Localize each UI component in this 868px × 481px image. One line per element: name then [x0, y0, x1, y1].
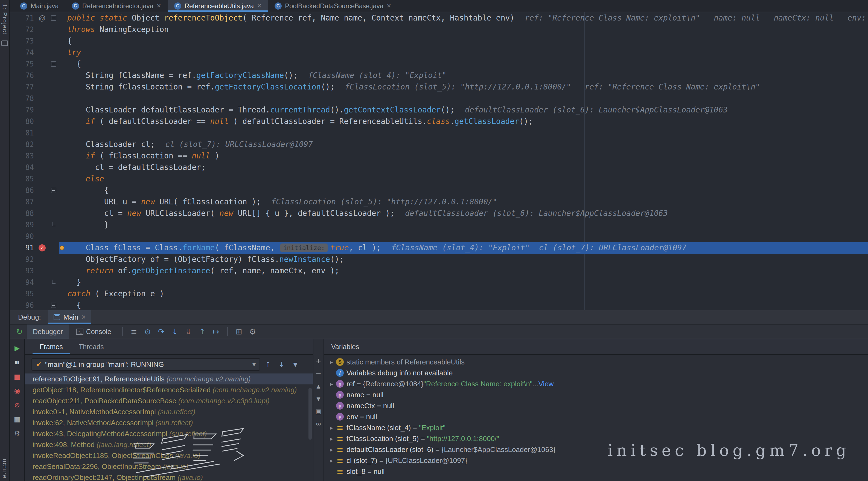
breakpoint-icon[interactable]	[36, 242, 48, 253]
code-line[interactable]: 82 ClassLoader cl;cl (slot_7): URLClassL…	[10, 139, 868, 150]
code-line[interactable]: 94 }	[10, 277, 868, 288]
frame-row[interactable]: invokeReadObject:1185, ObjectStreamClass…	[25, 450, 313, 461]
thread-dump-icon[interactable]: ▦	[12, 415, 22, 424]
frame-row[interactable]: invoke:498, Method (java.lang.reflect)	[25, 439, 313, 450]
chevron-right-icon[interactable]	[327, 435, 336, 442]
fold-end-icon[interactable]	[52, 222, 56, 226]
fold-end-icon[interactable]	[52, 280, 56, 284]
editor-tab-2[interactable]: ReferenceIndirector.java	[65, 0, 168, 12]
mute-breakpoints-icon[interactable]: ⊘	[12, 400, 22, 409]
filter-frames-icon[interactable]: ▼	[289, 361, 301, 368]
frames-scrollbar-thumb[interactable]	[308, 388, 312, 440]
prev-frame-icon[interactable]: ↑	[262, 360, 274, 368]
tab-threads[interactable]: Threads	[72, 339, 111, 354]
frame-row[interactable]: invoke:62, NativeMethodAccessorImpl (sun…	[25, 417, 313, 428]
editor-tab-1[interactable]: Main.java	[14, 0, 65, 12]
variable-row[interactable]: cl (slot_7) = {URLClassLoader@1097}	[324, 455, 868, 466]
close-icon[interactable]	[157, 2, 161, 9]
code-line[interactable]: 88 cl = new URLClassLoader( new URL[] { …	[10, 208, 868, 219]
code-line[interactable]: 76 String fClassName = ref.getFactoryCla…	[10, 70, 868, 81]
code-line[interactable]: 73{	[10, 35, 868, 47]
frame-row[interactable]: referenceToObject:91, ReferenceableUtils…	[25, 373, 313, 384]
variable-row[interactable]: slot_8 = null	[324, 466, 868, 477]
force-step-into-icon[interactable]: ⇓	[182, 326, 195, 337]
variable-row[interactable]: fClassName (slot_4) = "Exploit"	[324, 422, 868, 433]
debug-session-tab[interactable]: Main	[48, 310, 91, 324]
frame-row[interactable]: readOrdinaryObject:2147, ObjectInputStre…	[25, 472, 313, 481]
step-into-icon[interactable]: ↓	[169, 326, 181, 337]
code-line[interactable]: 92 ObjectFactory of = (ObjectFactory) fC…	[10, 253, 868, 265]
fold-collapse-icon[interactable]	[51, 15, 56, 21]
code-line[interactable]: 96 {	[10, 300, 868, 310]
copy-value-icon[interactable]: ▣	[314, 407, 323, 415]
view-as-table-icon[interactable]: ⊞	[233, 326, 245, 337]
debug-settings-icon[interactable]: ⚙	[12, 429, 22, 438]
resume-icon[interactable]: ▶	[12, 344, 22, 352]
view-options-icon[interactable]: ≡	[128, 326, 140, 337]
code-line[interactable]: 84 cl = defaultClassLoader;	[10, 162, 868, 173]
pause-icon[interactable]: ▮▮	[12, 358, 22, 367]
code-line[interactable]: 86 {	[10, 185, 868, 196]
step-over-icon[interactable]: ↷	[155, 326, 168, 337]
close-icon[interactable]	[257, 2, 261, 9]
add-watch-icon[interactable]: +	[314, 357, 323, 365]
code-line[interactable]: 74try	[10, 47, 868, 58]
frame-row[interactable]: readSerialData:2296, ObjectInputStream (…	[25, 461, 313, 472]
code-line[interactable]: 80 if ( defaultClassLoader == null ) def…	[10, 116, 868, 127]
code-line[interactable]: 77 String fClassLocation = ref.getFactor…	[10, 81, 868, 93]
debugger-tab-debugger[interactable]: Debugger	[27, 325, 69, 339]
chevron-right-icon[interactable]	[327, 424, 336, 431]
thread-selector[interactable]: "main"@1 in group "main": RUNNING	[31, 358, 260, 371]
code-line[interactable]: 81	[10, 127, 868, 139]
fold-collapse-icon[interactable]	[51, 61, 56, 67]
close-icon[interactable]	[82, 313, 86, 321]
fold-collapse-icon[interactable]	[51, 303, 56, 308]
variable-row[interactable]: name = null	[324, 389, 868, 400]
project-tool-button[interactable]: 1: Project	[1, 4, 8, 35]
step-out-icon[interactable]: ↑	[196, 326, 209, 337]
move-watch-up-icon[interactable]: ▲	[314, 382, 323, 390]
show-execution-point-icon[interactable]: ⊙	[142, 326, 154, 337]
code-line[interactable]: 79 ClassLoader defaultClassLoader = Thre…	[10, 104, 868, 116]
editor-tab-3[interactable]: ReferenceableUtils.java	[168, 0, 268, 12]
editor-tab-4[interactable]: PoolBackedDataSourceBase.java	[268, 0, 398, 12]
variable-row[interactable]: env = null	[324, 411, 868, 422]
chevron-right-icon[interactable]	[327, 381, 336, 387]
remove-watch-icon[interactable]: −	[314, 369, 323, 378]
variable-row[interactable]: Variables debug info not available	[324, 367, 868, 379]
fold-collapse-icon[interactable]	[51, 188, 56, 193]
frame-row[interactable]: invoke:43, DelegatingMethodAccessorImpl …	[25, 428, 313, 439]
view-breakpoints-icon[interactable]: ◉	[12, 386, 22, 395]
code-line[interactable]: 78	[10, 93, 868, 104]
variable-row[interactable]: fClassLocation (slot_5) = "http://127.0.…	[324, 433, 868, 444]
frame-row[interactable]: invoke0:-1, NativeMethodAccessorImpl (su…	[25, 406, 313, 417]
variable-row[interactable]: defaultClassLoader (slot_6) = {Launcher$…	[324, 444, 868, 455]
code-line[interactable]: 83 if ( fClassLocation == null )	[10, 150, 868, 162]
editor[interactable]: 71@public static Object referenceToObjec…	[10, 12, 868, 310]
code-line[interactable]: 87 URL u = new URL( fClassLocation );fCl…	[10, 196, 868, 208]
debugger-settings-icon[interactable]: ⚙	[246, 326, 259, 337]
run-to-cursor-icon[interactable]: ↦	[210, 326, 222, 337]
code-line[interactable]: 71@public static Object referenceToObjec…	[10, 12, 868, 24]
view-link[interactable]: View	[538, 380, 554, 388]
code-line[interactable]: 85 else	[10, 173, 868, 185]
tab-frames[interactable]: Frames	[33, 339, 70, 354]
variable-row[interactable]: nameCtx = null	[324, 400, 868, 411]
frame-row[interactable]: readObject:211, PoolBackedDataSourceBase…	[25, 395, 313, 406]
code-line[interactable]: 90	[10, 231, 868, 242]
show-watches-icon[interactable]: ∞	[314, 420, 323, 428]
chevron-right-icon[interactable]	[327, 457, 336, 464]
code-line[interactable]: 93 return of.getObjectInstance( ref, nam…	[10, 265, 868, 277]
code-line[interactable]: 72throws NamingException	[10, 24, 868, 35]
rerun-debug-icon[interactable]: ↻	[13, 326, 26, 337]
close-icon[interactable]	[387, 2, 391, 9]
stop-icon[interactable]: ■	[12, 372, 22, 381]
structure-tool-button[interactable]: ucture	[1, 459, 8, 479]
chevron-right-icon[interactable]	[327, 446, 336, 453]
debugger-tab-console[interactable]: Console	[70, 325, 117, 339]
code-line[interactable]: 95catch ( Exception e )	[10, 288, 868, 300]
move-watch-down-icon[interactable]: ▼	[314, 394, 323, 403]
code-line[interactable]: 91 Class fClass = Class.forName( fClassN…	[10, 242, 868, 253]
variable-row[interactable]: ref = {Reference@1084} "Reference Class …	[324, 379, 868, 389]
variable-row[interactable]: static members of ReferenceableUtils	[324, 357, 868, 367]
